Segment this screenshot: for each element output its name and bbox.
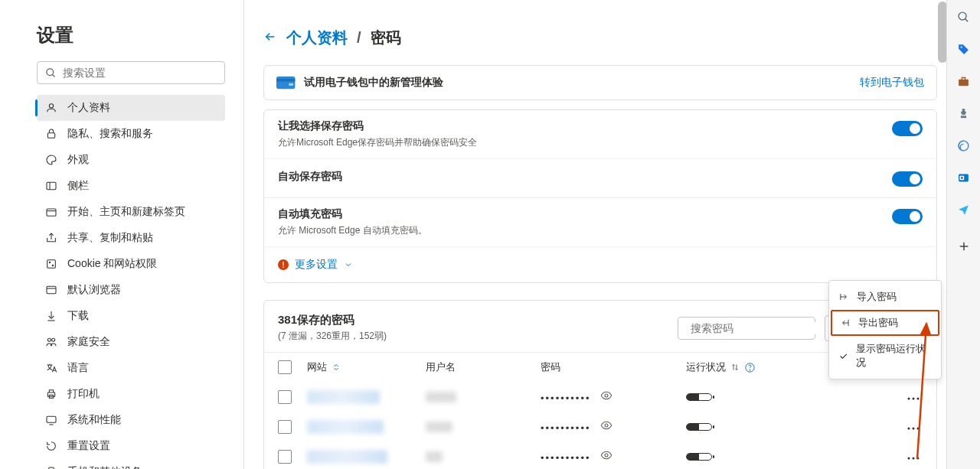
nav-item-profile[interactable]: 个人资料 bbox=[37, 95, 225, 121]
search-icon bbox=[45, 67, 57, 79]
row-checkbox[interactable] bbox=[278, 390, 292, 404]
svg-rect-6 bbox=[47, 209, 56, 216]
nav-item-share[interactable]: 共享、复制和粘贴 bbox=[37, 225, 225, 251]
svg-rect-23 bbox=[289, 83, 293, 86]
svg-point-2 bbox=[49, 104, 53, 108]
svg-point-39 bbox=[605, 454, 608, 457]
select-all-checkbox[interactable] bbox=[278, 360, 292, 374]
setting-autofill: 自动填充密码 允许 Microsoft Edge 自动填充密码。 bbox=[264, 197, 936, 246]
nav-item-privacy[interactable]: 隐私、搜索和服务 bbox=[37, 121, 225, 147]
nav-item-default[interactable]: 默认浏览器 bbox=[37, 277, 225, 303]
site-redacted bbox=[307, 390, 380, 404]
sidebar-icon bbox=[44, 179, 58, 193]
settings-search-input[interactable] bbox=[63, 67, 217, 79]
svg-point-37 bbox=[913, 428, 915, 430]
phone-icon bbox=[44, 465, 58, 469]
setting-desc: 允许Microsoft Edge保存密码并帮助确保密码安全 bbox=[278, 136, 892, 149]
rail-tag-icon[interactable] bbox=[956, 41, 972, 57]
reveal-password-icon[interactable] bbox=[600, 392, 612, 404]
rail-search-icon[interactable] bbox=[956, 9, 972, 24]
row-more-button[interactable] bbox=[904, 418, 923, 435]
password-masked: •••••••••• bbox=[541, 392, 591, 404]
nav-label: 手机和其他设备 bbox=[67, 465, 142, 469]
nav-item-start[interactable]: 开始、主页和新建标签页 bbox=[37, 199, 225, 225]
share-icon bbox=[44, 231, 58, 245]
menu-import[interactable]: 导入密码 bbox=[829, 284, 941, 310]
svg-point-33 bbox=[913, 398, 915, 400]
nav-item-system[interactable]: 系统和性能 bbox=[37, 407, 225, 433]
toggle-autofill[interactable] bbox=[892, 209, 923, 224]
toggle-autosave[interactable] bbox=[892, 171, 923, 187]
column-site[interactable]: 网站 bbox=[307, 360, 426, 374]
nav-label: 默认浏览器 bbox=[67, 283, 121, 297]
row-more-button[interactable] bbox=[904, 448, 923, 465]
password-masked: •••••••••• bbox=[541, 452, 591, 464]
nav-label: 隐私、搜索和服务 bbox=[67, 127, 153, 141]
row-checkbox[interactable] bbox=[278, 420, 292, 434]
svg-rect-16 bbox=[47, 416, 56, 422]
passwords-search-input[interactable] bbox=[691, 322, 825, 334]
rail-send-icon[interactable] bbox=[956, 202, 972, 217]
svg-rect-52 bbox=[961, 116, 966, 118]
nav-item-family[interactable]: 家庭安全 bbox=[37, 329, 225, 355]
reset-icon bbox=[44, 439, 58, 453]
rail-chess-icon[interactable] bbox=[956, 106, 972, 121]
nav-item-sidebar[interactable]: 侧栏 bbox=[37, 173, 225, 199]
reveal-password-icon[interactable] bbox=[600, 422, 612, 434]
more-settings[interactable]: ! 更多设置 bbox=[264, 246, 936, 282]
rail-office-icon[interactable] bbox=[956, 138, 972, 153]
nav-item-cookies[interactable]: Cookie 和网站权限 bbox=[37, 251, 225, 277]
nav-item-downloads[interactable]: 下载 bbox=[37, 303, 225, 329]
svg-rect-51 bbox=[959, 79, 969, 86]
strength-icon bbox=[686, 453, 712, 461]
main-content: 个人资料 / 密码 试用电子钱包中的新管理体验 转到电子钱包 让我选择保存密码 … bbox=[243, 0, 980, 469]
back-button[interactable] bbox=[263, 30, 277, 46]
svg-point-41 bbox=[913, 458, 915, 460]
nav-label: 打印机 bbox=[67, 387, 100, 401]
nav-item-language[interactable]: 语言 bbox=[37, 355, 225, 381]
nav-item-printer[interactable]: 打印机 bbox=[37, 381, 225, 407]
menu-export[interactable]: 导出密码 bbox=[831, 310, 939, 336]
menu-show-health[interactable]: 显示密码运行状况 bbox=[829, 336, 941, 376]
help-icon[interactable] bbox=[744, 362, 756, 373]
nav-label: 开始、主页和新建标签页 bbox=[67, 205, 185, 219]
site-redacted bbox=[307, 420, 384, 434]
strength-icon bbox=[686, 393, 712, 401]
settings-search[interactable] bbox=[37, 61, 225, 84]
nav-label: 语言 bbox=[67, 361, 89, 375]
nav-item-appearance[interactable]: 外观 bbox=[37, 147, 225, 173]
svg-line-49 bbox=[965, 18, 969, 21]
breadcrumb: 个人资料 / 密码 bbox=[263, 28, 937, 48]
export-icon bbox=[840, 318, 851, 328]
more-label: 更多设置 bbox=[295, 258, 338, 272]
browser-icon bbox=[44, 283, 58, 297]
site-redacted bbox=[307, 450, 387, 464]
row-checkbox[interactable] bbox=[278, 450, 292, 464]
table-row[interactable]: •••••••••• bbox=[264, 382, 936, 412]
table-row[interactable]: •••••••••• bbox=[264, 441, 936, 469]
toggle-save[interactable] bbox=[892, 121, 923, 136]
svg-point-8 bbox=[49, 262, 50, 262]
column-password[interactable]: 密码 bbox=[541, 360, 686, 374]
download-icon bbox=[44, 309, 58, 323]
svg-point-56 bbox=[961, 177, 963, 179]
profile-icon bbox=[44, 101, 58, 115]
reveal-password-icon[interactable] bbox=[600, 452, 612, 464]
svg-rect-3 bbox=[47, 133, 54, 138]
nav-item-reset[interactable]: 重置设置 bbox=[37, 433, 225, 459]
svg-point-9 bbox=[52, 265, 53, 265]
table-row[interactable]: •••••••••• bbox=[264, 412, 936, 441]
rail-add-icon[interactable] bbox=[956, 239, 972, 254]
settings-sidebar: 设置 个人资料 隐私、搜索和服务 外观 侧栏 开始、主页和新建标签页 共享、复制… bbox=[0, 0, 243, 469]
lock-icon bbox=[44, 127, 58, 141]
rail-outlook-icon[interactable] bbox=[956, 170, 972, 185]
row-more-button[interactable] bbox=[904, 388, 923, 405]
nav-item-devices[interactable]: 手机和其他设备 bbox=[37, 459, 225, 469]
password-masked: •••••••••• bbox=[541, 422, 591, 434]
column-health[interactable]: 运行状况 bbox=[686, 360, 786, 374]
banner-link[interactable]: 转到电子钱包 bbox=[860, 76, 924, 90]
breadcrumb-parent[interactable]: 个人资料 bbox=[286, 28, 348, 48]
column-user[interactable]: 用户名 bbox=[426, 360, 541, 374]
rail-briefcase-icon[interactable] bbox=[956, 73, 972, 89]
passwords-search[interactable] bbox=[678, 317, 815, 340]
